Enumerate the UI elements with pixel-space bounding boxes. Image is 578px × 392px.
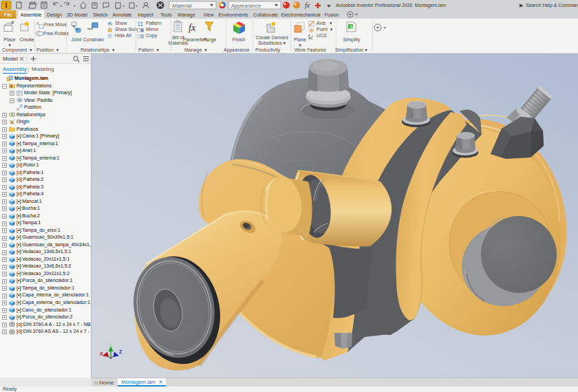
svg-text:Z: Z xyxy=(119,349,122,354)
svg-text:fx: fx xyxy=(189,23,196,33)
svg-text:Material: Material xyxy=(172,3,192,9)
svg-text:X: X xyxy=(100,351,103,356)
svg-text:I: I xyxy=(5,1,8,9)
svg-text:fx: fx xyxy=(305,1,310,9)
svg-text:Appearance: Appearance xyxy=(231,3,261,9)
